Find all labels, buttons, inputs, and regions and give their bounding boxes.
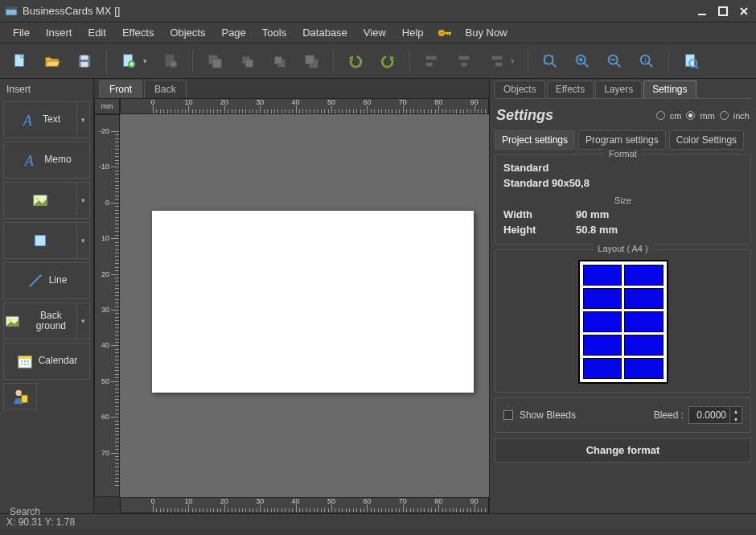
svg-rect-12 [80,61,88,66]
svg-rect-24 [306,55,314,64]
svg-text:A: A [23,113,33,129]
menu-edit[interactable]: Edit [81,24,112,41]
open-button[interactable] [40,49,64,73]
background-icon [4,312,21,330]
menu-objects[interactable]: Objects [163,24,212,41]
insert-person-button[interactable] [3,383,37,410]
insert-line-button[interactable]: Line [3,262,90,299]
spinner-up-icon[interactable]: ▲ [730,407,742,415]
menu-insert[interactable]: Insert [39,24,79,41]
menu-help[interactable]: Help [396,24,430,41]
menu-page[interactable]: Page [215,24,252,41]
memo-icon: A [22,151,39,169]
svg-text:A: A [24,153,35,169]
toolbar: 1 [0,43,756,79]
zoom-actual-button[interactable]: 1 [635,49,659,73]
layout-preview [578,260,668,384]
dropdown-arrow-icon[interactable]: ▾ [76,223,89,258]
menu-buy-now[interactable]: Buy Now [459,24,514,41]
tab-front[interactable]: Front [99,80,142,98]
menu-file[interactable]: File [6,24,36,41]
menu-effects[interactable]: Effects [116,24,161,41]
radio-mm-label: mm [700,111,714,121]
person-icon [11,388,29,405]
subtab-color-settings[interactable]: Color Settings [669,130,744,150]
menu-view[interactable]: View [357,24,392,41]
layout-legend: Layout ( A4 ) [593,244,652,253]
delete-page-button[interactable] [158,49,183,73]
bleed-spinner[interactable]: ▲▼ [688,406,742,424]
save-button[interactable] [72,49,97,73]
size-legend: Size [503,195,742,205]
align-center-button[interactable] [452,49,476,73]
svg-point-41 [36,197,39,200]
align-more-button[interactable] [484,49,518,73]
zoom-in-button[interactable] [570,49,594,73]
print-preview-button[interactable] [679,49,703,73]
svg-rect-28 [461,62,466,66]
text-icon: A [20,111,38,129]
tab-back[interactable]: Back [144,80,187,98]
bring-forward-button[interactable] [235,49,259,73]
bring-front-button[interactable] [203,49,227,73]
maximize-button[interactable] [716,4,730,19]
unit-radio-group: cm mm inch [656,111,750,121]
change-format-button[interactable]: Change format [495,438,751,463]
line-icon [27,272,44,290]
menu-database[interactable]: Database [296,24,354,41]
calendar-icon [16,352,34,370]
zoom-fit-button[interactable] [538,49,562,73]
minimize-button[interactable] [695,4,709,19]
send-backward-button[interactable] [267,49,291,73]
svg-rect-3 [719,7,727,15]
new-button[interactable] [8,49,32,73]
svg-point-5 [440,31,442,34]
subtab-project-settings[interactable]: Project settings [495,130,575,150]
insert-memo-button[interactable]: A Memo [3,142,90,179]
redo-button[interactable] [376,49,400,73]
show-bleeds-checkbox[interactable] [503,410,513,420]
insert-line-label: Line [49,275,68,286]
layout-group: Layout ( A4 ) [495,249,751,393]
insert-text-button[interactable]: A Text ▾ [3,101,90,138]
dropdown-arrow-icon[interactable]: ▾ [76,183,89,218]
undo-button[interactable] [343,49,368,73]
insert-text-label: Text [43,114,60,125]
subtab-program-settings[interactable]: Program settings [578,130,666,150]
insert-sidebar: Insert A Text ▾ A Memo ▾ ▾ [0,79,94,513]
menu-tools[interactable]: Tools [256,24,293,41]
close-button[interactable] [737,4,751,19]
insert-background-label: Back ground [26,311,76,331]
card-canvas[interactable] [152,211,474,393]
insert-background-button[interactable]: Back ground ▾ [3,302,90,340]
bleed-input[interactable] [689,409,729,421]
tab-settings[interactable]: Settings [643,80,696,98]
svg-rect-42 [35,236,46,246]
svg-rect-46 [18,356,31,360]
svg-rect-8 [446,32,448,35]
radio-mm[interactable] [686,111,695,120]
radio-inch[interactable] [720,111,729,120]
app-icon [5,5,18,18]
svg-rect-26 [426,62,433,66]
status-bar: X: 90.31 Y: 1.78 [0,513,756,529]
dropdown-arrow-icon[interactable]: ▾ [76,102,89,138]
dropdown-arrow-icon[interactable]: ▾ [76,303,89,339]
radio-cm[interactable] [656,111,665,120]
spinner-down-icon[interactable]: ▼ [730,415,742,423]
format-type: Standard [503,160,742,175]
insert-shape-button[interactable]: ▾ [3,222,90,259]
align-left-button[interactable] [420,49,444,73]
zoom-out-button[interactable] [602,49,627,73]
tab-effects[interactable]: Effects [547,80,594,98]
insert-image-button[interactable]: ▾ [3,182,90,219]
ruler-vertical: -20-10010203040506070 [94,114,120,497]
add-page-button[interactable] [117,49,150,73]
insert-calendar-button[interactable]: Calendar [3,343,90,380]
send-back-button[interactable] [299,49,323,73]
svg-point-44 [8,319,10,321]
show-bleeds-label: Show Bleeds [520,409,576,421]
tab-objects[interactable]: Objects [495,80,545,98]
tab-layers[interactable]: Layers [595,80,642,98]
workspace[interactable] [120,114,489,497]
